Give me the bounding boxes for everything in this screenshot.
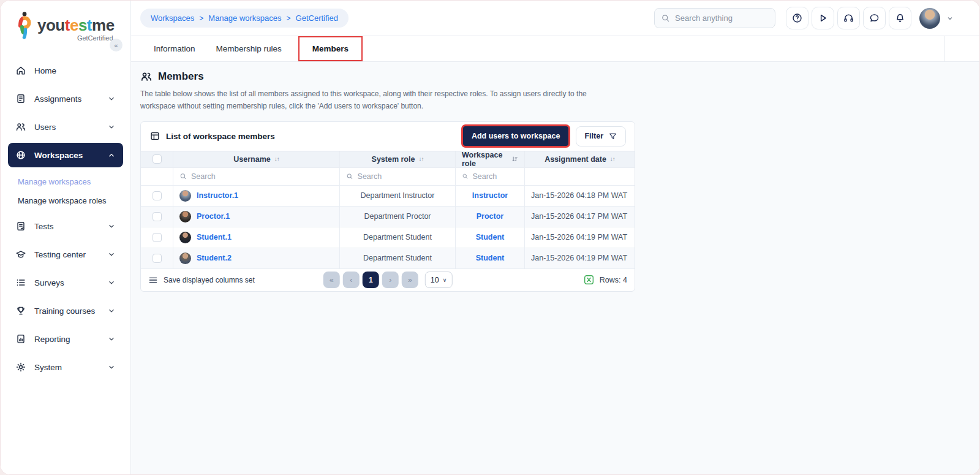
tab-information[interactable]: Information [143,36,206,61]
breadcrumb-getcertified[interactable]: GetCertified [296,13,338,23]
sidebar-item-testing-center[interactable]: Testing center [8,242,123,267]
tutorials-button[interactable] [812,7,834,29]
sidebar-item-home[interactable]: Home [8,58,123,83]
sidebar-subitem-manage-workspaces[interactable]: Manage workspaces [18,172,123,191]
username-link[interactable]: Instructor.1 [197,191,238,200]
sidebar-item-surveys[interactable]: Surveys [8,270,123,295]
sidebar-item-users[interactable]: Users [8,115,123,139]
table-header-row: Username ↓↑ System role ↓↑ Workspace rol… [141,151,635,168]
select-all-checkbox[interactable] [153,154,162,164]
help-button[interactable] [786,7,809,29]
hamburger-icon [148,275,158,285]
username-link[interactable]: Student.1 [197,233,232,241]
search-icon [462,172,469,180]
table-row: Proctor.1 Department Proctor Proctor Jan… [141,207,635,227]
sidebar-item-reporting[interactable]: Reporting [8,327,123,351]
workspace-role-search-input[interactable] [473,172,518,181]
sidebar-collapse-button[interactable]: « [110,39,123,51]
first-page-button[interactable]: « [323,272,340,288]
avatar [179,211,191,222]
sidebar-subitem-manage-workspace-roles[interactable]: Manage workspace roles [18,191,123,210]
table-footer: Save displayed columns set « ‹ 1 › » 10 … [141,269,635,291]
sidebar-item-label: Training courses [34,306,99,316]
column-header-system-role[interactable]: System role ↓↑ [340,151,456,167]
workspace-role-link[interactable]: Student [476,254,505,262]
column-header-workspace-role[interactable]: Workspace role [456,151,525,167]
chat-bubble-icon [869,12,880,24]
chevron-down-icon [107,306,116,315]
username-link[interactable]: Student.2 [197,254,232,262]
page-size-select[interactable]: 10 ∨ [425,272,453,288]
sort-icon[interactable]: ↓↑ [274,156,279,162]
bell-icon [894,12,906,24]
username-link[interactable]: Proctor.1 [197,212,230,221]
username-search-input[interactable] [191,172,333,181]
sort-icon[interactable]: ↓↑ [610,156,615,162]
table-row: Student.1 Department Student Student Jan… [141,227,635,248]
excel-export-icon[interactable] [584,275,594,285]
funnel-icon [608,132,617,141]
workspace-role-link[interactable]: Instructor [472,191,508,200]
sort-icon[interactable]: ↓↑ [418,156,423,162]
tab-members[interactable]: Members [298,36,363,61]
assignments-icon [15,93,26,104]
last-page-button[interactable]: » [402,272,418,288]
system-role-cell: Department Instructor [340,186,456,206]
sidebar: youtestme GetCertified « Home Assignment… [1,1,131,474]
column-header-assignment-date[interactable]: Assignment date ↓↑ [525,151,635,167]
breadcrumb-manage-workspaces[interactable]: Manage workspaces [208,13,281,23]
chevron-down-icon [107,222,116,230]
row-checkbox[interactable] [153,233,162,242]
sidebar-item-workspaces[interactable]: Workspaces [8,143,123,167]
save-columns-control[interactable]: Save displayed columns set [148,275,255,285]
tab-membership-rules[interactable]: Membership rules [206,36,292,61]
breadcrumb-separator: > [199,14,203,23]
sidebar-item-label: System [34,363,99,372]
workspace-role-link[interactable]: Proctor [477,212,503,221]
sidebar-item-label: Surveys [34,278,99,287]
search-icon [179,172,187,180]
global-search[interactable] [654,8,775,28]
sidebar-item-training-courses[interactable]: Training courses [8,298,123,323]
support-button[interactable] [837,7,860,29]
user-avatar[interactable] [919,8,940,29]
user-menu-chevron-icon[interactable] [946,15,954,22]
tabbar-divider [944,36,945,61]
system-role-search-input[interactable] [358,172,449,181]
next-page-button[interactable]: › [382,272,399,288]
messages-button[interactable] [863,7,886,29]
avatar [179,253,191,264]
row-checkbox[interactable] [153,212,162,221]
chevron-down-icon [107,363,116,371]
column-header-username[interactable]: Username ↓↑ [173,151,340,167]
chevron-down-icon [107,335,116,343]
row-checkbox[interactable] [153,191,162,200]
sort-amount-icon[interactable] [511,155,518,163]
table-icon [149,131,160,142]
avatar [179,190,191,202]
sidebar-item-tests[interactable]: Tests [8,214,123,238]
sidebar-item-system[interactable]: System [8,355,123,379]
home-icon [15,65,26,76]
chevron-down-icon [107,278,116,287]
notifications-button[interactable] [889,7,911,29]
current-page-button[interactable]: 1 [363,272,379,288]
brand-wordmark: youtestme [37,17,115,33]
global-search-input[interactable] [675,13,761,23]
play-icon [817,12,829,24]
sidebar-item-label: Home [34,66,116,75]
add-users-to-workspace-button[interactable]: Add users to workspace [463,126,569,146]
card-title: List of workspace members [166,132,275,141]
sidebar-item-label: Reporting [34,335,99,344]
filter-button[interactable]: Filter [576,126,626,146]
previous-page-button[interactable]: ‹ [343,272,360,288]
row-checkbox[interactable] [153,254,162,263]
assignment-date-cell: Jan-15-2026 04:17 PM WAT [525,207,635,227]
workspace-tabs: Information Membership rules Members [131,36,979,62]
sidebar-item-assignments[interactable]: Assignments [8,86,123,111]
surveys-icon [15,277,26,288]
sidebar-nav: Home Assignments Users Workspaces Manage… [1,50,130,379]
workspace-role-link[interactable]: Student [476,233,505,241]
breadcrumb-workspaces[interactable]: Workspaces [151,13,194,23]
screen: youtestme GetCertified « Home Assignment… [0,0,980,475]
